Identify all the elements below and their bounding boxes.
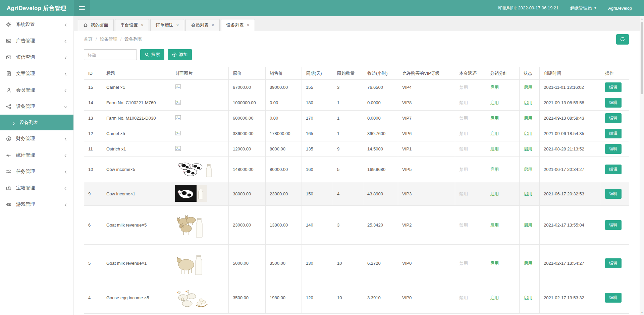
breadcrumb-item[interactable]: 首页 xyxy=(84,37,93,42)
tab-my-desktop[interactable]: 我的桌面 xyxy=(78,19,114,31)
close-icon[interactable]: × xyxy=(141,23,144,27)
sidebar-item-ad-management[interactable]: 广告管理 xyxy=(0,33,73,49)
refresh-icon xyxy=(620,37,625,42)
edit-button[interactable]: 编辑 xyxy=(605,82,622,92)
product-image xyxy=(175,115,181,121)
cell-principal-return: 禁用 xyxy=(455,157,486,182)
sidebar-item-label: 游戏管理 xyxy=(16,201,35,207)
cell-original-price: 600000.00 xyxy=(229,111,266,126)
sidebar-subitem-device-list[interactable]: 设备列表 xyxy=(0,115,73,130)
cell-title: Farm No. M100221-D030 xyxy=(102,111,171,126)
cell-status: 启用 xyxy=(520,95,540,111)
product-image xyxy=(175,99,181,105)
cell-original-price: 23000.00 xyxy=(229,206,266,245)
tab-order-gift[interactable]: 订单赠送× xyxy=(150,19,184,31)
chevron-left-icon xyxy=(64,153,67,157)
sidebar-item-finance-management[interactable]: 财务管理 xyxy=(0,130,73,147)
cell-purchase-limit: 3 xyxy=(333,80,363,95)
tab-member-list[interactable]: 会员列表× xyxy=(185,19,219,31)
edit-button[interactable]: 编辑 xyxy=(605,189,622,199)
cell-period-days: 140 xyxy=(302,206,333,245)
cell-distribution-dividend: 启用 xyxy=(486,95,520,111)
sidebar-item-task-management[interactable]: 任务管理 xyxy=(0,163,73,180)
close-icon[interactable]: × xyxy=(176,23,179,27)
tab-label: 平台设置 xyxy=(120,22,138,28)
search-input[interactable] xyxy=(84,49,137,60)
table-row: 4Goose egg income ×53500.001980.00120103… xyxy=(84,282,629,314)
add-button[interactable]: 添加 xyxy=(168,49,192,60)
cell-image xyxy=(171,157,229,182)
column-header: 原价 xyxy=(229,67,266,80)
sidebar-item-article-management[interactable]: 文章管理 xyxy=(0,65,73,82)
cell-hourly-revenue: 390.7600 xyxy=(363,126,398,141)
vertical-scrollbar[interactable]: ▲ ▼ xyxy=(640,16,644,315)
cell-title: Cow income×1 xyxy=(102,182,171,206)
scrollbar-thumb[interactable] xyxy=(641,22,643,94)
sidebar-item-game-management[interactable]: 游戏管理 xyxy=(0,196,73,212)
cell-title: Farm No. C100221-M760 xyxy=(102,95,171,111)
cell-vip-level: VIP0 xyxy=(398,282,455,314)
refresh-button[interactable] xyxy=(616,34,629,45)
edit-button[interactable]: 编辑 xyxy=(605,144,622,154)
edit-button[interactable]: 编辑 xyxy=(605,98,622,108)
cell-image xyxy=(171,182,229,206)
cell-principal-return: 禁用 xyxy=(455,126,486,141)
column-header: 分销分红 xyxy=(486,67,520,80)
user-role-label: 超级管理员 xyxy=(570,5,592,11)
cell-sale-price: 13800.00 xyxy=(266,206,302,245)
hamburger-button[interactable] xyxy=(74,0,90,16)
caret-down-icon: ▼ xyxy=(594,7,597,10)
sidebar-item-system-settings[interactable]: 系统设置 xyxy=(0,16,73,33)
sidebar-item-treasure-management[interactable]: 宝箱管理 xyxy=(0,180,73,196)
sidebar-item-label: 文章管理 xyxy=(16,71,35,77)
cell-id: 9 xyxy=(84,182,102,206)
cell-created-at: 2021-09-06 18:54:35 xyxy=(540,126,601,141)
device-icon xyxy=(6,104,11,109)
cell-created-at: 2021-08-28 21:13:52 xyxy=(540,141,601,157)
cell-hourly-revenue: 3.3910 xyxy=(363,282,398,314)
scroll-down-icon[interactable]: ▼ xyxy=(640,310,644,315)
cell-hourly-revenue: 6.2720 xyxy=(363,245,398,282)
edit-button[interactable]: 编辑 xyxy=(605,165,622,174)
search-button-label: 搜索 xyxy=(151,52,160,58)
product-image xyxy=(175,208,206,241)
close-icon[interactable]: × xyxy=(247,23,250,27)
cell-actions: 编辑 xyxy=(601,206,629,245)
edit-button[interactable]: 编辑 xyxy=(605,293,622,303)
chevron-left-icon xyxy=(64,186,67,190)
edit-button[interactable]: 编辑 xyxy=(605,113,622,123)
scroll-up-icon[interactable]: ▲ xyxy=(640,16,644,21)
tab-label: 会员列表 xyxy=(191,22,208,28)
tab-device-list[interactable]: 设备列表× xyxy=(221,19,255,31)
sidebar-item-member-management[interactable]: 会员管理 xyxy=(0,82,73,98)
brand-link[interactable]: AgriDevelop xyxy=(608,6,632,11)
task-icon xyxy=(6,169,11,174)
chevron-left-icon xyxy=(64,137,67,140)
hamburger-icon xyxy=(79,5,85,11)
cell-purchase-limit: 1 xyxy=(333,111,363,126)
edit-button[interactable]: 编辑 xyxy=(605,129,622,138)
sidebar-item-statistics-management[interactable]: 统计管理 xyxy=(0,147,73,163)
cell-distribution-dividend: 启用 xyxy=(486,141,520,157)
cell-distribution-dividend: 启用 xyxy=(486,126,520,141)
sidebar-item-label: 任务管理 xyxy=(16,169,35,175)
user-role-dropdown[interactable]: 超级管理员 ▼ xyxy=(570,5,597,11)
edit-button[interactable]: 编辑 xyxy=(605,220,622,230)
cell-hourly-revenue: 0.0000 xyxy=(363,111,398,126)
search-button[interactable]: 搜索 xyxy=(140,49,164,60)
sidebar-item-sms-query[interactable]: 短信查询 xyxy=(0,49,73,65)
cell-actions: 编辑 xyxy=(601,126,629,141)
breadcrumb-item[interactable]: 设备管理 xyxy=(100,37,117,42)
cell-actions: 编辑 xyxy=(601,95,629,111)
sidebar-item-device-management[interactable]: 设备管理 xyxy=(0,98,73,115)
tab-platform-settings[interactable]: 平台设置× xyxy=(115,19,149,31)
chevron-left-icon xyxy=(64,22,67,26)
cell-sale-price: 0.00 xyxy=(266,111,302,126)
cell-hourly-revenue: 25.3420 xyxy=(363,206,398,245)
cell-purchase-limit: 1 xyxy=(333,95,363,111)
cell-sale-price: 178000.00 xyxy=(266,126,302,141)
cell-original-price: 5000.00 xyxy=(229,245,266,282)
sidebar-item-label: 财务管理 xyxy=(16,136,35,142)
close-icon[interactable]: × xyxy=(211,23,214,27)
edit-button[interactable]: 编辑 xyxy=(605,258,622,268)
